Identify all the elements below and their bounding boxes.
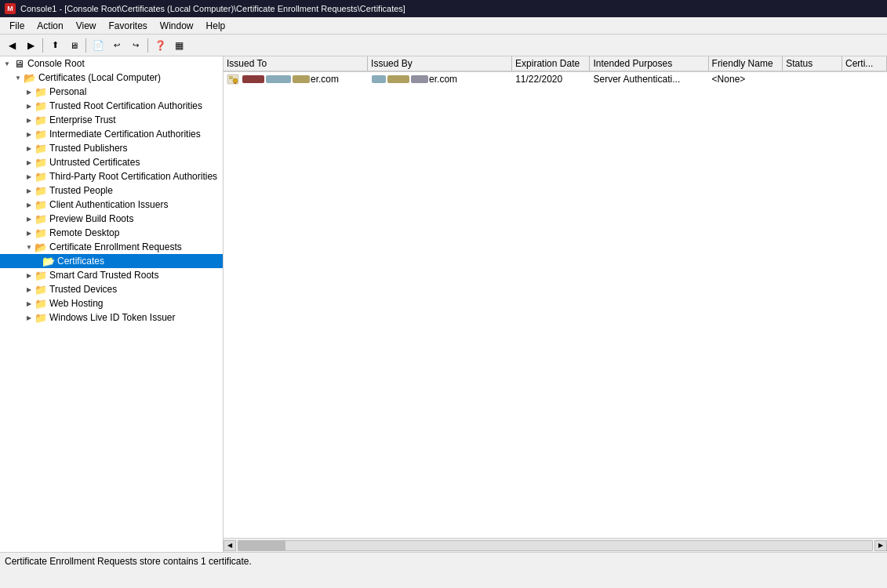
tree-pane[interactable]: ▼ 🖥 Console Root ▼ 📂 Certificates (Local… — [0, 56, 224, 552]
col-expiration[interactable]: Expiration Date — [512, 56, 590, 71]
expand-third-party-root[interactable]: ▶ — [24, 171, 35, 182]
expand-certificates-sub[interactable] — [35, 256, 42, 267]
console-root-label: Console Root — [27, 58, 85, 69]
expand-preview-build[interactable]: ▶ — [24, 213, 35, 224]
toolbar-refresh2[interactable]: ↪ — [127, 37, 144, 54]
h-scrollbar[interactable] — [238, 540, 873, 551]
tree-item-untrusted-certs[interactable]: ▶ 📁 Untrusted Certificates — [0, 155, 223, 169]
tree-item-remote-desktop[interactable]: ▶ 📁 Remote Desktop — [0, 226, 223, 240]
scroll-left-arrow[interactable]: ◀ — [224, 540, 236, 551]
toolbar-help[interactable]: ❓ — [151, 37, 169, 54]
expand-trusted-devices[interactable]: ▶ — [24, 284, 35, 295]
toolbar-refresh1[interactable]: ↩ — [108, 37, 125, 54]
trusted-devices-label: Trusted Devices — [49, 284, 117, 295]
status-text: Certificate Enrollment Requests store co… — [5, 556, 252, 567]
expand-remote-desktop[interactable]: ▶ — [24, 227, 35, 238]
personal-label: Personal — [49, 86, 86, 97]
toolbar-fwd[interactable]: ▶ — [22, 37, 39, 54]
tree-item-web-hosting[interactable]: ▶ 📁 Web Hosting — [0, 296, 223, 310]
tree-item-trusted-people[interactable]: ▶ 📁 Trusted People — [0, 183, 223, 198]
cert-enrollment-label: Certificate Enrollment Requests — [49, 241, 182, 252]
tree-item-third-party-root[interactable]: ▶ 📁 Third-Party Root Certification Autho… — [0, 169, 223, 183]
menu-view[interactable]: View — [70, 19, 103, 33]
status-bar: Certificate Enrollment Requests store co… — [0, 552, 887, 569]
cert-icon — [227, 73, 239, 85]
col-issued-to[interactable]: Issued To — [224, 56, 368, 71]
menu-action[interactable]: Action — [31, 19, 69, 33]
smart-card-icon: 📁 — [35, 270, 47, 281]
expand-personal[interactable]: ▶ — [24, 86, 35, 97]
expand-client-auth[interactable]: ▶ — [24, 199, 35, 210]
scroll-thumb[interactable] — [238, 541, 285, 550]
toolbar-back[interactable]: ◀ — [3, 37, 20, 54]
issuer-block-2 — [387, 75, 409, 83]
tree-item-trusted-publishers[interactable]: ▶ 📁 Trusted Publishers — [0, 141, 223, 155]
tree-item-cert-enrollment[interactable]: ▼ 📂 Certificate Enrollment Requests — [0, 240, 223, 254]
scroll-right-arrow[interactable]: ▶ — [874, 540, 887, 551]
intermediate-ca-label: Intermediate Certification Authorities — [49, 129, 201, 140]
menu-bar: File Action View Favorites Window Help — [0, 17, 887, 34]
col-intended-purposes[interactable]: Intended Purposes — [590, 56, 708, 71]
untrusted-certs-icon: 📁 — [35, 158, 47, 168]
console-root-icon: 🖥 — [13, 59, 25, 69]
enterprise-trust-icon: 📁 — [35, 115, 47, 125]
issued-by-text: er.com — [429, 74, 457, 85]
issuer-block-1 — [372, 75, 386, 83]
tree-item-certificates-sub[interactable]: 📂 Certificates — [0, 254, 223, 268]
expand-web-hosting[interactable]: ▶ — [24, 298, 35, 309]
toolbar-sep2 — [85, 38, 86, 53]
toolbar-new[interactable]: 📄 — [89, 37, 107, 54]
toolbar-grid[interactable]: ▦ — [170, 37, 187, 54]
tree-item-windows-live[interactable]: ▶ 📁 Windows Live ID Token Issuer — [0, 310, 223, 325]
expand-trusted-root[interactable]: ▶ — [24, 100, 35, 111]
tree-item-personal[interactable]: ▶ 📁 Personal — [0, 85, 223, 99]
menu-favorites[interactable]: Favorites — [103, 19, 154, 33]
expand-enterprise-trust[interactable]: ▶ — [24, 114, 35, 125]
tree-item-enterprise-trust[interactable]: ▶ 📁 Enterprise Trust — [0, 113, 223, 127]
windows-live-label: Windows Live ID Token Issuer — [49, 312, 176, 323]
content-pane: Issued To Issued By Expiration Date Inte… — [224, 56, 887, 552]
expand-certs-local[interactable]: ▼ — [13, 72, 24, 83]
windows-live-icon: 📁 — [35, 313, 47, 323]
tree-item-trusted-root[interactable]: ▶ 📁 Trusted Root Certification Authoriti… — [0, 99, 223, 113]
tree-item-certs-local[interactable]: ▼ 📂 Certificates (Local Computer) — [0, 71, 223, 85]
intermediate-ca-icon: 📁 — [35, 129, 47, 140]
tree-item-preview-build[interactable]: ▶ 📁 Preview Build Roots — [0, 212, 223, 226]
col-status[interactable]: Status — [783, 56, 842, 71]
trusted-root-icon: 📁 — [35, 101, 47, 111]
col-cert-template[interactable]: Certi... — [842, 56, 887, 71]
expand-smart-card[interactable]: ▶ — [24, 270, 35, 281]
scroll-bar-area: ◀ ▶ — [224, 538, 887, 552]
trusted-people-icon: 📁 — [35, 186, 47, 196]
expand-intermediate-ca[interactable]: ▶ — [24, 129, 35, 140]
content-rows[interactable]: er.com er.com 11/22/2020 Server Authenti… — [224, 72, 887, 538]
expand-console-root[interactable]: ▼ — [2, 58, 13, 69]
certs-local-icon: 📂 — [24, 73, 36, 83]
col-headers: Issued To Issued By Expiration Date Inte… — [224, 56, 887, 72]
col-issued-by[interactable]: Issued By — [368, 56, 512, 71]
expand-cert-enrollment[interactable]: ▼ — [24, 241, 35, 252]
tree-item-client-auth[interactable]: ▶ 📁 Client Authentication Issuers — [0, 198, 223, 212]
tree-item-smart-card[interactable]: ▶ 📁 Smart Card Trusted Roots — [0, 268, 223, 282]
svg-rect-1 — [229, 76, 233, 79]
client-auth-label: Client Authentication Issuers — [49, 199, 168, 210]
web-hosting-icon: 📁 — [35, 299, 47, 309]
toolbar-up[interactable]: ⬆ — [46, 37, 64, 54]
tree-item-trusted-devices[interactable]: ▶ 📁 Trusted Devices — [0, 282, 223, 296]
tree-item-intermediate-ca[interactable]: ▶ 📁 Intermediate Certification Authoriti… — [0, 127, 223, 141]
friendly-name-text: <None> — [712, 74, 746, 85]
menu-window[interactable]: Window — [154, 19, 200, 33]
certificates-sub-icon: 📂 — [42, 256, 55, 267]
expand-untrusted-certs[interactable]: ▶ — [24, 157, 35, 168]
toolbar-show-hide[interactable]: 🖥 — [65, 37, 82, 54]
col-friendly-name[interactable]: Friendly Name — [709, 56, 783, 71]
tree-item-console-root[interactable]: ▼ 🖥 Console Root — [0, 56, 223, 71]
preview-build-icon: 📁 — [35, 214, 47, 224]
menu-help[interactable]: Help — [200, 19, 232, 33]
name-block-1 — [242, 75, 264, 83]
table-row[interactable]: er.com er.com 11/22/2020 Server Authenti… — [224, 72, 887, 86]
menu-file[interactable]: File — [3, 19, 31, 33]
expand-trusted-people[interactable]: ▶ — [24, 185, 35, 196]
expand-trusted-publishers[interactable]: ▶ — [24, 143, 35, 154]
expand-windows-live[interactable]: ▶ — [24, 312, 35, 323]
